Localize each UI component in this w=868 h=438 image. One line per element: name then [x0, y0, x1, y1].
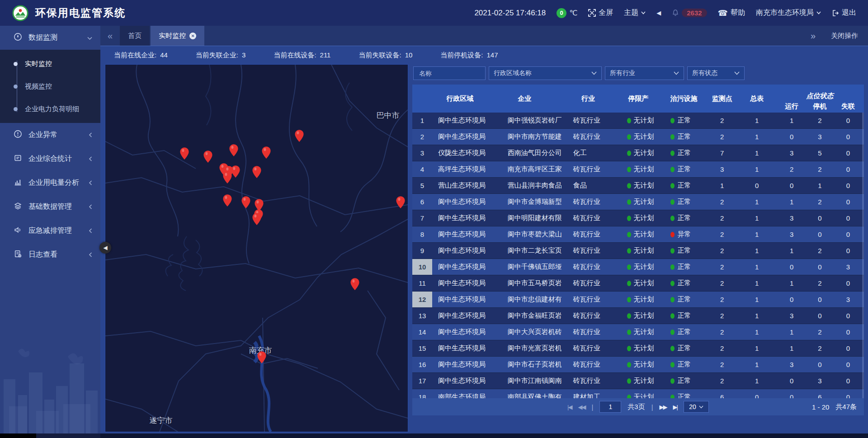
- mute-button[interactable]: ◀: [656, 9, 661, 16]
- table-row[interactable]: 4高坪生态环境局南充市高坪区王家店建砖瓦行业无计划正常31220: [412, 161, 864, 178]
- table-row[interactable]: 2阆中生态环境局阆中市南方节能建材有砖瓦行业无计划正常21030: [412, 129, 864, 145]
- theme-dropdown[interactable]: 主题: [624, 8, 646, 18]
- table-row[interactable]: 15阆中生态环境局阆中市光富页岩机砖厂砖瓦行业无计划正常21120: [412, 340, 864, 357]
- row-index-cell: 4: [412, 161, 432, 177]
- logout-button[interactable]: 退出: [832, 8, 856, 18]
- header-right: 2021-02-25 17:46:18 0 ℃ 全屏 主题 ◀: [474, 8, 856, 18]
- table-row[interactable]: 7阆中生态环境局阆中明阳建材有限公司砖瓦行业无计划正常21300: [412, 210, 864, 226]
- map-marker-pin-icon[interactable]: [350, 278, 360, 292]
- run-count-cell: 1: [776, 275, 807, 291]
- sidebar-subitem-1[interactable]: 视频监控: [0, 75, 100, 98]
- map-marker-pin-icon[interactable]: [241, 196, 251, 211]
- sidebar-item-5[interactable]: 应急减排管理: [0, 219, 100, 243]
- table-row[interactable]: 10阆中生态环境局阆中千佛镇五郎垭页岩砖瓦行业无计划正常21003: [412, 259, 864, 275]
- sidebar-item-2[interactable]: 企业综合统计: [0, 147, 100, 171]
- sidebar-subitem-2[interactable]: 企业电力负荷明细: [0, 98, 100, 120]
- sidebar-item-0[interactable]: 数据监测: [0, 26, 100, 50]
- tab-home[interactable]: 首页: [120, 26, 150, 46]
- industry-filter-select[interactable]: 所有行业: [605, 66, 684, 80]
- table-body: 1阆中生态环境局阆中强锐页岩砖厂砖瓦行业无计划正常211202阆中生态环境局阆中…: [412, 113, 864, 398]
- table-row[interactable]: 14阆中生态环境局阆中大兴页岩机砖厂砖瓦行业无计划正常21120: [412, 324, 864, 340]
- company-cell: 南充市高坪区王家店建: [488, 161, 561, 177]
- lost-count-cell: 0: [832, 129, 864, 145]
- status-filter-select[interactable]: 所有状态: [687, 66, 745, 80]
- fullscreen-button[interactable]: 全屏: [588, 8, 613, 18]
- status-dot-icon: [670, 134, 675, 140]
- name-search-input[interactable]: [418, 69, 481, 77]
- table-row[interactable]: 16阆中生态环境局阆中市石子页岩机砖厂砖瓦行业无计划正常21300: [412, 357, 864, 373]
- map-marker-pin-icon[interactable]: [231, 165, 241, 180]
- lost-count-cell: 0: [832, 275, 864, 291]
- top-header: 环保用电监管系统 2021-02-25 17:46:18 0 ℃ 全屏 主题: [0, 0, 868, 26]
- map-panel[interactable]: 巴中市南充市遂宁市 ◀: [105, 64, 408, 432]
- sidebar-subitem-0[interactable]: 实时监控: [0, 52, 100, 75]
- status-dot-icon: [627, 118, 631, 123]
- sidebar-item-1[interactable]: 企业异常: [0, 123, 100, 147]
- sidebar-item-3[interactable]: 企业用电量分析: [0, 171, 100, 195]
- stop-count-cell: 3: [807, 373, 832, 389]
- map-marker-pin-icon[interactable]: [203, 150, 213, 165]
- temperature-widget: 0 ℃: [557, 8, 577, 18]
- table-row[interactable]: 13阆中生态环境局阆中市金福旺页岩机砖砖瓦行业无计划正常21300: [412, 308, 864, 324]
- double-chevron-right-icon[interactable]: »: [811, 31, 816, 41]
- table-row[interactable]: 6阆中生态环境局阆中市金博瑞新型墙材砖瓦行业无计划正常21120: [412, 194, 864, 210]
- tab-realtime-monitor[interactable]: 实时监控 ✕: [151, 26, 204, 46]
- notifications-widget[interactable]: 2632: [672, 9, 707, 17]
- next-page-button[interactable]: ▶▶: [660, 404, 667, 410]
- tabs-scroll-left-button[interactable]: «: [100, 26, 120, 46]
- map-marker-pin-icon[interactable]: [252, 212, 262, 227]
- user-dropdown[interactable]: 南充市生态环境局: [756, 8, 821, 18]
- page-size-select[interactable]: 20: [684, 401, 709, 413]
- plan-status-cell: 无计划: [615, 243, 662, 259]
- table-row[interactable]: 1阆中生态环境局阆中强锐页岩砖厂砖瓦行业无计划正常21120: [412, 113, 864, 129]
- close-operations-button[interactable]: 关闭操作: [831, 32, 858, 40]
- map-marker-pin-icon[interactable]: [180, 147, 189, 162]
- prev-page-button[interactable]: ◀◀: [578, 404, 585, 410]
- plan-status-label: 无计划: [634, 377, 654, 385]
- page-number-input[interactable]: 1: [599, 401, 621, 413]
- sidebar-item-6[interactable]: 日志查看: [0, 243, 100, 267]
- points-cell: 3: [706, 161, 738, 177]
- table-row[interactable]: 11阆中生态环境局阆中市五马桥页岩机砖砖瓦行业无计划正常21120: [412, 275, 864, 292]
- status-dot-icon: [627, 281, 631, 286]
- table-row[interactable]: 17阆中生态环境局阆中市江南镇阆南页岩砖瓦行业无计划正常21030: [412, 373, 864, 389]
- plan-status-cell: 无计划: [615, 259, 662, 275]
- table-row[interactable]: 18南部生态环境局南部县双佛土陶有限公建材加工无计划正常60060: [412, 389, 864, 398]
- map-marker-pin-icon[interactable]: [396, 196, 406, 211]
- map-marker-pin-icon[interactable]: [295, 129, 304, 144]
- table-row[interactable]: 5营山生态环境局营山县润丰肉食品有限食品无计划正常10010: [412, 178, 864, 194]
- status-dot-icon: [627, 330, 631, 335]
- map-collapse-button[interactable]: ◀: [99, 242, 111, 254]
- status-dot-icon: [670, 346, 675, 351]
- lost-count-cell: 3: [832, 259, 864, 275]
- chevron-down-icon: [734, 71, 740, 75]
- help-button[interactable]: ☎ 帮助: [718, 8, 745, 18]
- map-marker-pin-icon[interactable]: [223, 171, 232, 186]
- map-marker-pin-icon[interactable]: [262, 146, 271, 161]
- company-cell: 阆中市枣碧大梁山页岩: [488, 226, 561, 242]
- region-filter-select[interactable]: 行政区域名称: [489, 66, 602, 80]
- lost-count-cell: 0: [832, 194, 864, 210]
- table-row[interactable]: 9阆中生态环境局阆中市二龙长宝页岩砖砖瓦行业无计划正常21120: [412, 243, 864, 259]
- first-page-button[interactable]: |◀: [567, 404, 571, 410]
- table-row[interactable]: 12阆中生态环境局阆中市忠信建材有限公砖瓦行业无计划正常21003: [412, 292, 864, 308]
- map-marker-pin-icon[interactable]: [223, 194, 232, 209]
- points-cell: 7: [706, 145, 738, 161]
- map-marker-pin-icon[interactable]: [257, 351, 267, 366]
- map-marker-pin-icon[interactable]: [252, 165, 262, 180]
- meters-cell: 1: [738, 129, 776, 145]
- table-row[interactable]: 8阆中生态环境局阆中市枣碧大梁山页岩砖瓦行业无计划异常21300: [412, 226, 864, 243]
- map-marker-pin-icon[interactable]: [229, 144, 239, 159]
- col-header-points: 监测点: [706, 85, 738, 113]
- tab-close-icon[interactable]: ✕: [189, 33, 196, 39]
- last-page-button[interactable]: ▶|: [673, 404, 677, 410]
- name-filter[interactable]: [413, 66, 486, 80]
- table-row[interactable]: 3仪陇生态环境局西南油气田分公司川中化工无计划正常71350: [412, 145, 864, 161]
- scrollbar[interactable]: [862, 113, 864, 398]
- meters-cell: 1: [738, 243, 776, 259]
- industry-cell: 建材加工: [561, 389, 615, 398]
- sidebar-item-4[interactable]: 基础数据管理: [0, 195, 100, 219]
- industry-cell: 砖瓦行业: [561, 357, 615, 372]
- map-city-label: 巴中市: [377, 110, 400, 121]
- lost-count-cell: 0: [832, 210, 864, 226]
